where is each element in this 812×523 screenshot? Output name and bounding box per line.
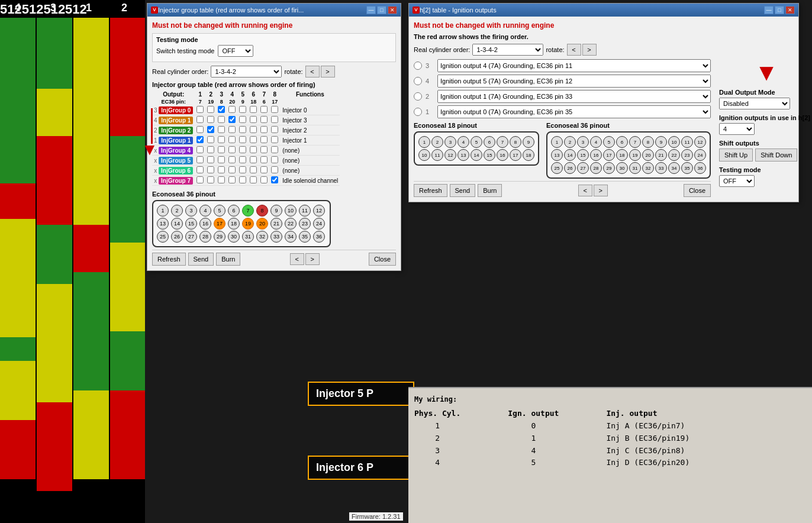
grp1b-cb4[interactable] bbox=[228, 136, 236, 143]
win2-maximize[interactable]: □ bbox=[775, 6, 784, 14]
grp7-cb3[interactable] bbox=[218, 176, 225, 183]
rotate-left-btn1[interactable]: < bbox=[305, 66, 320, 78]
grp6-cb3[interactable] bbox=[218, 166, 225, 173]
grp7-cb8[interactable] bbox=[271, 176, 278, 183]
switch-testing-select[interactable]: OFFON bbox=[218, 45, 253, 57]
grp7-cb5[interactable] bbox=[239, 176, 246, 183]
grp0-cb1[interactable] bbox=[196, 106, 204, 113]
win2-minimize[interactable]: — bbox=[764, 6, 774, 14]
grp4-cb6[interactable] bbox=[250, 146, 257, 153]
win2-burn-btn[interactable]: Burn bbox=[478, 184, 502, 197]
grp6-cb1[interactable] bbox=[196, 166, 204, 173]
grp5-cb7[interactable] bbox=[260, 156, 268, 163]
grp7-cb2[interactable] bbox=[207, 176, 214, 183]
grp2-cb7[interactable] bbox=[260, 126, 268, 133]
grp1-cb2[interactable] bbox=[207, 116, 214, 123]
win2-cyl-select[interactable]: 1-3-4-2 bbox=[472, 44, 543, 56]
ign-select-3[interactable]: Ignition output 0 (7A) Grounding, EC36 p… bbox=[437, 105, 711, 118]
grp1-cb1[interactable] bbox=[196, 116, 204, 123]
win1-burn-btn[interactable]: Burn bbox=[216, 253, 240, 266]
grp5-cb4[interactable] bbox=[228, 156, 236, 163]
ign-select-1[interactable]: Ignition output 5 (7A) Grounding, EC36 p… bbox=[437, 75, 711, 88]
grp0-cb7[interactable] bbox=[260, 106, 268, 113]
grp0-cb3[interactable] bbox=[218, 106, 225, 113]
grp4-cb2[interactable] bbox=[207, 146, 214, 153]
grp1-cb8[interactable] bbox=[271, 116, 278, 123]
shift-up-btn[interactable]: Shift Up bbox=[719, 148, 753, 162]
grp0-cb5[interactable] bbox=[239, 106, 246, 113]
win1-refresh-btn[interactable]: Refresh bbox=[152, 253, 186, 266]
grp2-cb4[interactable] bbox=[228, 126, 236, 133]
grp1b-cb2[interactable] bbox=[207, 136, 214, 143]
grp5-cb8[interactable] bbox=[271, 156, 278, 163]
grp1b-cb3[interactable] bbox=[218, 136, 225, 143]
win2-next-btn[interactable]: > bbox=[594, 185, 608, 196]
grp1-cb4[interactable] bbox=[228, 116, 236, 123]
grp6-cb5[interactable] bbox=[239, 166, 246, 173]
win1-titlebar[interactable]: V Injector group table (red arrow shows … bbox=[147, 4, 401, 17]
grp6-cb6[interactable] bbox=[250, 166, 257, 173]
grp1b-cb5[interactable] bbox=[239, 136, 246, 143]
dual-output-select[interactable]: DisabledEnabled bbox=[719, 98, 790, 109]
grp0-cb2[interactable] bbox=[207, 106, 214, 113]
grp1b-cb7[interactable] bbox=[260, 136, 268, 143]
cyl-order-select1[interactable]: 1-3-4-2 bbox=[211, 66, 282, 78]
win1-close[interactable]: ✕ bbox=[388, 6, 397, 14]
grp2-cb5[interactable] bbox=[239, 126, 246, 133]
grp4-cb3[interactable] bbox=[218, 146, 225, 153]
shift-down-btn[interactable]: Shift Down bbox=[755, 148, 797, 162]
win2-close[interactable]: ✕ bbox=[785, 6, 795, 14]
ign-in-use-select[interactable]: 41235678 bbox=[719, 123, 755, 135]
ign-radio-4[interactable] bbox=[414, 77, 422, 85]
grp2-cb1[interactable] bbox=[196, 126, 204, 133]
win1-next-btn[interactable]: > bbox=[305, 253, 320, 265]
grp7-cb7[interactable] bbox=[260, 176, 268, 183]
grp6-cb2[interactable] bbox=[207, 166, 214, 173]
grp0-cb4[interactable] bbox=[228, 106, 236, 113]
grp1b-cb6[interactable] bbox=[250, 136, 257, 143]
win2-send-btn[interactable]: Send bbox=[450, 184, 476, 197]
grp2-cb2[interactable] bbox=[207, 126, 214, 133]
grp1-cb5[interactable] bbox=[239, 116, 246, 123]
win1-close-btn[interactable]: Close bbox=[369, 253, 396, 266]
grp2-cb3[interactable] bbox=[218, 126, 225, 133]
grp4-cb4[interactable] bbox=[228, 146, 236, 153]
win2-refresh-btn[interactable]: Refresh bbox=[414, 184, 447, 197]
grp1b-cb8[interactable] bbox=[271, 136, 278, 143]
grp5-cb5[interactable] bbox=[239, 156, 246, 163]
ign-radio-2[interactable] bbox=[414, 92, 422, 101]
ign-select-2[interactable]: Ignition output 1 (7A) Grounding, EC36 p… bbox=[437, 90, 711, 103]
grp4-cb8[interactable] bbox=[271, 146, 278, 153]
grp0-cb8[interactable] bbox=[271, 106, 278, 113]
rotate-right-btn1[interactable]: > bbox=[321, 66, 335, 78]
win2-close-btn[interactable]: Close bbox=[684, 184, 711, 197]
win2-prev-btn[interactable]: < bbox=[578, 185, 592, 196]
win1-send-btn[interactable]: Send bbox=[188, 253, 214, 266]
grp7-cb1[interactable] bbox=[196, 176, 204, 183]
ign-radio-3[interactable] bbox=[414, 62, 422, 70]
grp6-cb7[interactable] bbox=[260, 166, 268, 173]
win2-titlebar[interactable]: V h[2] table - Ignition outputs — □ ✕ bbox=[409, 4, 798, 17]
grp4-cb1[interactable] bbox=[196, 146, 204, 153]
grp2-cb8[interactable] bbox=[271, 126, 278, 133]
grp4-cb7[interactable] bbox=[260, 146, 268, 153]
ign-radio-1[interactable] bbox=[414, 108, 422, 116]
grp1b-cb1[interactable] bbox=[196, 136, 204, 143]
win1-prev-btn[interactable]: < bbox=[290, 253, 304, 265]
win1-maximize[interactable]: □ bbox=[377, 6, 386, 14]
win1-minimize[interactable]: — bbox=[366, 6, 376, 14]
grp6-cb4[interactable] bbox=[228, 166, 236, 173]
grp5-cb6[interactable] bbox=[250, 156, 257, 163]
grp7-cb4[interactable] bbox=[228, 176, 236, 183]
grp2-cb6[interactable] bbox=[250, 126, 257, 133]
grp4-cb5[interactable] bbox=[239, 146, 246, 153]
grp1-cb7[interactable] bbox=[260, 116, 268, 123]
ign-select-0[interactable]: Ignition output 4 (7A) Grounding, EC36 p… bbox=[437, 59, 711, 72]
grp0-cb6[interactable] bbox=[250, 106, 257, 113]
grp5-cb2[interactable] bbox=[207, 156, 214, 163]
testing-mode-select2[interactable]: OFFON bbox=[719, 175, 755, 187]
win2-rotate-left[interactable]: < bbox=[567, 44, 581, 56]
grp6-cb8[interactable] bbox=[271, 166, 278, 173]
win2-rotate-right[interactable]: > bbox=[582, 44, 597, 56]
grp1-cb3[interactable] bbox=[218, 116, 225, 123]
